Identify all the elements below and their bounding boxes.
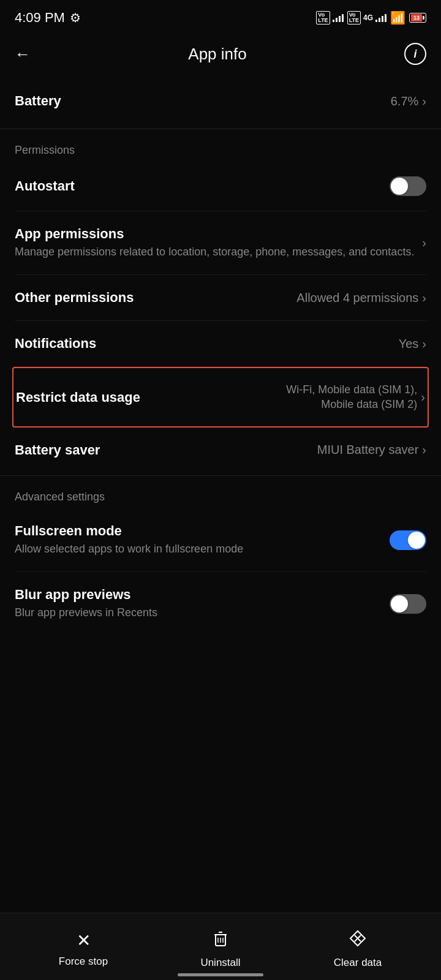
notifications-value: Yes <box>399 337 419 351</box>
battery-saver-right: MIUI Battery saver › <box>317 443 426 457</box>
battery-label: Battery <box>15 93 61 109</box>
settings-icon: ⚙ <box>70 10 81 25</box>
autostart-toggle[interactable] <box>390 176 426 196</box>
battery-tip <box>423 16 424 20</box>
notifications-left: Notifications <box>15 336 399 352</box>
bar <box>385 14 386 22</box>
volte-badge-1: VoLTE <box>316 11 330 24</box>
back-button[interactable]: ← <box>15 45 31 64</box>
autostart-left: Autostart <box>15 178 390 194</box>
home-indicator <box>178 973 263 976</box>
restrict-data-value: Wi-Fi, Mobile data (SIM 1), Mobile data … <box>254 383 417 412</box>
signal-bars-1 <box>333 13 344 22</box>
signal-group-1: VoLTE <box>316 11 343 24</box>
bar <box>342 14 344 22</box>
bar <box>333 20 334 22</box>
app-permissions-item[interactable]: App permissions Manage permissions relat… <box>15 211 426 275</box>
lte-badge: VoLTE <box>347 11 361 24</box>
other-permissions-value: Allowed 4 permissions <box>296 291 418 305</box>
app-permissions-chevron: › <box>422 236 426 250</box>
other-permissions-left: Other permissions <box>15 290 296 306</box>
4g-label: 4G <box>363 13 373 22</box>
blur-label: Blur app previews <box>15 587 390 603</box>
permissions-section: Permissions Autostart App permissions Ma… <box>0 132 441 473</box>
toggle-thumb <box>391 178 408 195</box>
status-time: 4:09 PM ⚙ <box>15 10 81 26</box>
battery-saver-value: MIUI Battery saver <box>317 443 419 457</box>
other-permissions-right: Allowed 4 permissions › <box>296 291 426 305</box>
fullscreen-toggle[interactable] <box>390 530 426 550</box>
battery-saver-item[interactable]: Battery saver MIUI Battery saver › <box>15 428 426 473</box>
time: 4:09 PM <box>15 10 65 26</box>
app-bar: ← App info i <box>0 32 441 76</box>
fullscreen-label: Fullscreen mode <box>15 523 390 539</box>
uninstall-label: Uninstall <box>200 957 240 969</box>
restrict-data-right: Wi-Fi, Mobile data (SIM 1), Mobile data … <box>254 383 425 412</box>
clear-data-label: Clear data <box>334 957 382 969</box>
info-button[interactable]: i <box>404 43 426 65</box>
advanced-label: Advanced settings <box>15 478 426 508</box>
fullscreen-left: Fullscreen mode Allow selected apps to w… <box>15 523 390 557</box>
autostart-item[interactable]: Autostart <box>15 162 426 211</box>
info-icon: i <box>413 48 417 61</box>
bottom-bar: ✕ Force stop Uninstall Clear data <box>0 913 441 980</box>
force-stop-button[interactable]: ✕ Force stop <box>15 930 152 968</box>
force-stop-icon: ✕ <box>77 930 91 951</box>
autostart-label: Autostart <box>15 178 390 194</box>
bar <box>379 18 380 22</box>
restrict-data-item[interactable]: Restrict data usage Wi-Fi, Mobile data (… <box>12 367 429 428</box>
app-permissions-label: App permissions <box>15 226 422 242</box>
notifications-chevron: › <box>422 337 426 351</box>
other-permissions-item[interactable]: Other permissions Allowed 4 permissions … <box>15 275 426 321</box>
permissions-label: Permissions <box>15 132 426 162</box>
status-bar: 4:09 PM ⚙ VoLTE VoLTE 4G <box>0 0 441 32</box>
bar <box>336 18 337 22</box>
bar <box>382 16 383 22</box>
signal-bars-2 <box>375 13 386 22</box>
page-title: App info <box>188 45 246 64</box>
battery-saver-left: Battery saver <box>15 442 317 458</box>
restrict-data-left: Restrict data usage <box>16 390 254 405</box>
uninstall-icon <box>211 929 230 952</box>
blur-subtitle: Blur app previews in Recents <box>15 605 390 620</box>
notifications-item[interactable]: Notifications Yes › <box>15 321 426 367</box>
app-permissions-right: › <box>422 236 426 250</box>
toggle-thumb <box>391 595 408 612</box>
clear-data-icon <box>349 929 367 952</box>
divider-2 <box>0 475 441 476</box>
uninstall-button[interactable]: Uninstall <box>152 929 289 969</box>
divider-1 <box>0 129 441 129</box>
notifications-right: Yes › <box>399 337 426 351</box>
battery-chevron: › <box>422 94 426 108</box>
battery-item[interactable]: Battery 6.7% › <box>0 76 441 126</box>
battery-icon: 13 <box>409 13 426 23</box>
fullscreen-item[interactable]: Fullscreen mode Allow selected apps to w… <box>15 508 426 572</box>
bar <box>339 16 341 22</box>
restrict-data-chevron: › <box>421 390 425 404</box>
app-permissions-subtitle: Manage permissions related to location, … <box>15 244 422 260</box>
signal-group-2: VoLTE 4G <box>347 11 386 24</box>
fullscreen-subtitle: Allow selected apps to work in fullscree… <box>15 541 390 557</box>
app-permissions-left: App permissions Manage permissions relat… <box>15 226 422 260</box>
force-stop-label: Force stop <box>59 956 108 968</box>
blur-item[interactable]: Blur app previews Blur app previews in R… <box>15 572 426 635</box>
other-permissions-chevron: › <box>422 291 426 305</box>
battery-saver-chevron: › <box>422 443 426 457</box>
content-area: Battery 6.7% › Permissions Autostart App… <box>0 76 441 709</box>
battery-level: 13 <box>411 14 422 21</box>
bar <box>375 20 377 22</box>
clear-data-button[interactable]: Clear data <box>289 929 426 969</box>
other-permissions-label: Other permissions <box>15 290 296 306</box>
status-icons: VoLTE VoLTE 4G 📶 13 <box>316 10 426 25</box>
advanced-settings-section: Advanced settings Fullscreen mode Allow … <box>0 478 441 635</box>
battery-saver-label: Battery saver <box>15 442 317 458</box>
notifications-label: Notifications <box>15 336 399 352</box>
blur-toggle[interactable] <box>390 594 426 614</box>
battery-value-group: 6.7% › <box>391 94 426 108</box>
blur-left: Blur app previews Blur app previews in R… <box>15 587 390 620</box>
battery-value: 6.7% <box>391 94 419 108</box>
restrict-data-label: Restrict data usage <box>16 390 254 405</box>
toggle-thumb <box>408 532 425 549</box>
wifi-icon: 📶 <box>390 10 405 25</box>
